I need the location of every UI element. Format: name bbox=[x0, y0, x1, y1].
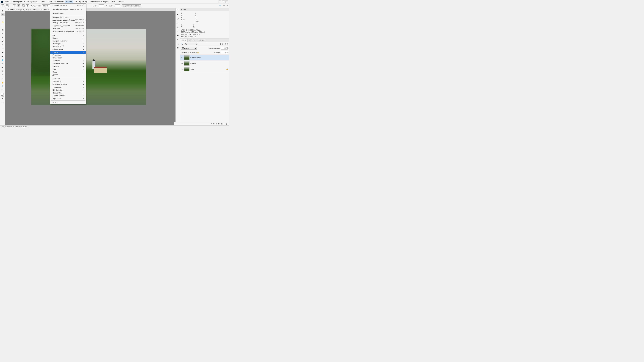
paragraph-icon[interactable]: ¶ bbox=[177, 30, 178, 32]
menuitem-искажение[interactable]: Искажение▶ bbox=[50, 45, 86, 48]
menuitem-текстура[interactable]: Текстура▶ bbox=[50, 59, 86, 62]
feather-input[interactable] bbox=[42, 4, 50, 7]
menuitem-imagenomic[interactable]: Imagenomic▶ bbox=[50, 86, 86, 89]
minimize-button[interactable]: — bbox=[218, 0, 222, 3]
menuitem-пластика-[interactable]: Пластика...Shift+Ctrl+X bbox=[50, 27, 86, 30]
menuitem-neural-filters-[interactable]: Neural Filters... bbox=[50, 12, 86, 14]
visibility-icon[interactable]: 👁 bbox=[181, 56, 183, 58]
crop-tool[interactable]: ✂ bbox=[1, 24, 4, 28]
link-layers-icon[interactable]: ⚭ bbox=[210, 123, 212, 125]
menuitem-штрихи[interactable]: Штрихи▶ bbox=[50, 65, 86, 68]
histogram-icon[interactable]: 〽 bbox=[177, 9, 178, 11]
menuitem-другое[interactable]: Другое▶ bbox=[50, 73, 86, 76]
menu-редактирование[interactable]: Редактирование bbox=[10, 0, 26, 3]
marquee-preset-icon[interactable]: ▭ bbox=[6, 4, 8, 7]
zoom-tool[interactable]: 🔍 bbox=[1, 84, 4, 88]
brush-tool[interactable]: 🖌 bbox=[1, 39, 4, 43]
close-button[interactable]: ✕ bbox=[226, 0, 228, 3]
dodge-tool[interactable]: ⋋ bbox=[1, 62, 4, 65]
menu-текст[interactable]: Текст bbox=[46, 0, 53, 3]
swap-icon[interactable]: ⇄ bbox=[106, 5, 107, 7]
menuitem-nik-collection[interactable]: Nik Collection▶ bbox=[50, 89, 86, 91]
close-tab-icon[interactable]: ✕ bbox=[48, 9, 49, 10]
canvas-image[interactable] bbox=[31, 29, 146, 105]
tab-channels[interactable]: Каналы bbox=[188, 39, 197, 42]
menuitem-краевой-контраст[interactable]: Краевой контрастAlt+Ctrl+F bbox=[50, 4, 86, 7]
menuitem-фильтр-camera-raw-[interactable]: Фильтр Camera Raw...Shift+Ctrl+A bbox=[50, 21, 86, 24]
maximize-button[interactable]: □ bbox=[222, 0, 225, 3]
menuitem-галерея-размытия[interactable]: Галерея размытия▶ bbox=[50, 39, 86, 42]
marquee-tool[interactable]: ▭ bbox=[1, 13, 4, 16]
history-brush-tool[interactable]: ↺ bbox=[1, 47, 4, 50]
menuitem-шум[interactable]: Шум▶ bbox=[50, 68, 86, 70]
character-icon[interactable]: A̲ bbox=[177, 26, 178, 28]
menuitem-skylum-software[interactable]: Skylum Software▶ bbox=[50, 94, 86, 97]
menuitem-стилизация[interactable]: Стилизация▶ bbox=[50, 56, 86, 59]
gradient-tool[interactable]: ◐ bbox=[1, 54, 4, 58]
path-tool[interactable]: ↖ bbox=[1, 73, 4, 77]
menu-3d[interactable]: 3D bbox=[73, 0, 78, 3]
menuitem-видео[interactable]: Видео▶ bbox=[50, 37, 86, 39]
menuitem-исправление-перспективы-[interactable]: Исправление перспективы...Alt+Ctrl+V bbox=[50, 30, 86, 33]
group-icon[interactable]: ▣ bbox=[221, 123, 222, 125]
sel-subtract-icon[interactable]: ▢ bbox=[22, 4, 24, 7]
healing-tool[interactable]: ✚ bbox=[1, 35, 4, 39]
menuitem-коррекция-дисторсии-[interactable]: Коррекция дисторсии...Shift+Ctrl+R bbox=[50, 24, 86, 27]
menu-справка[interactable]: Справка bbox=[116, 0, 126, 3]
move-tool[interactable]: ✥ bbox=[1, 9, 4, 12]
eraser-tool[interactable]: ◧ bbox=[1, 51, 4, 54]
libraries-icon[interactable]: ◧ bbox=[177, 34, 178, 36]
visibility-icon[interactable]: 👁 bbox=[181, 68, 183, 70]
screenmode-icon[interactable]: ▢ bbox=[1, 100, 4, 104]
ruler-icon[interactable]: R₍ bbox=[177, 43, 178, 45]
blur-tool[interactable]: 💧 bbox=[1, 58, 4, 62]
select-and-mask-button[interactable]: Выделение и маска... bbox=[122, 4, 141, 7]
opacity-input[interactable] bbox=[221, 47, 228, 50]
menuitem-topaz-labs[interactable]: Topaz Labs▶ bbox=[50, 97, 86, 100]
frame-tool[interactable]: ▣ bbox=[1, 28, 4, 31]
fill-input[interactable] bbox=[221, 51, 228, 54]
stamp-tool[interactable]: ▲ bbox=[1, 43, 4, 46]
menuitem-имитация[interactable]: Имитация▶ bbox=[50, 42, 86, 45]
visibility-icon[interactable]: 👁 bbox=[181, 62, 183, 64]
document-tab[interactable]: EVG08879.ARW @ 16,7% (Слой 1 копия, RGB/… bbox=[5, 8, 50, 11]
width-input[interactable] bbox=[98, 4, 104, 7]
menu-фильтр[interactable]: Фильтр bbox=[65, 0, 73, 3]
color-swatch[interactable] bbox=[1, 93, 4, 96]
menu-выделение[interactable]: Выделение bbox=[53, 0, 65, 3]
sel-intersect-icon[interactable]: ▦ bbox=[26, 4, 29, 7]
actions-icon[interactable]: ▶ bbox=[177, 13, 178, 15]
menuitem-преобразовать-для-смарт-фильтров[interactable]: Преобразовать для смарт-фильтров bbox=[50, 8, 86, 11]
layer-row[interactable]: 👁Слой 1 bbox=[180, 60, 229, 66]
properties-icon[interactable]: ☷ bbox=[177, 47, 178, 49]
menuitem-exposure-software[interactable]: Exposure Software▶ bbox=[50, 83, 86, 86]
menu-изображение[interactable]: Изображение bbox=[26, 0, 40, 3]
hand-tool[interactable]: ✋ bbox=[1, 81, 4, 84]
menu-подключаемые модули[interactable]: Подключаемые модули bbox=[88, 0, 110, 3]
menu-файл[interactable]: Файл bbox=[4, 0, 10, 3]
menuitem-оформление[interactable]: Оформление▶ bbox=[50, 48, 86, 51]
type-tool[interactable]: T bbox=[1, 69, 4, 73]
brush-settings-icon[interactable]: 🖌 bbox=[177, 18, 178, 20]
delete-layer-icon[interactable]: 🗑 bbox=[226, 123, 227, 125]
menuitem-эскиз[interactable]: Эскиз▶ bbox=[50, 70, 86, 73]
quickmask-icon[interactable]: ◙ bbox=[1, 97, 4, 100]
tab-paths[interactable]: Контуры bbox=[197, 39, 207, 42]
workspace-icon[interactable]: ▭ bbox=[223, 5, 225, 7]
menuitem-галерея-фильтров-[interactable]: Галерея фильтров... bbox=[50, 16, 86, 18]
share-icon[interactable]: ↗ bbox=[226, 5, 228, 7]
history-icon[interactable]: ↻ bbox=[177, 39, 178, 41]
shape-tool[interactable]: ▭ bbox=[1, 77, 4, 80]
new-layer-icon[interactable]: ▫ bbox=[224, 123, 224, 125]
layer-row[interactable]: 👁Слой 1 копия bbox=[180, 55, 229, 60]
fx-icon[interactable]: fx bbox=[213, 123, 214, 125]
adjustment-layer-icon[interactable]: ◐ bbox=[218, 123, 220, 125]
tab-layers[interactable]: Слои bbox=[180, 39, 188, 42]
menuitem-адаптивный-широкий-угол-[interactable]: Адаптивный широкий угол...Alt+Shift+Ctrl… bbox=[50, 18, 86, 21]
sel-new-icon[interactable]: □ bbox=[13, 4, 16, 7]
more-tools[interactable]: ⋯ bbox=[1, 88, 4, 92]
menuitem-размытие[interactable]: Размытие▶ bbox=[50, 51, 86, 53]
eyedropper-tool[interactable]: ✎ bbox=[1, 32, 4, 35]
menu-слои[interactable]: Слои bbox=[40, 0, 46, 3]
layer-kind-select[interactable]: Вид bbox=[184, 42, 198, 45]
